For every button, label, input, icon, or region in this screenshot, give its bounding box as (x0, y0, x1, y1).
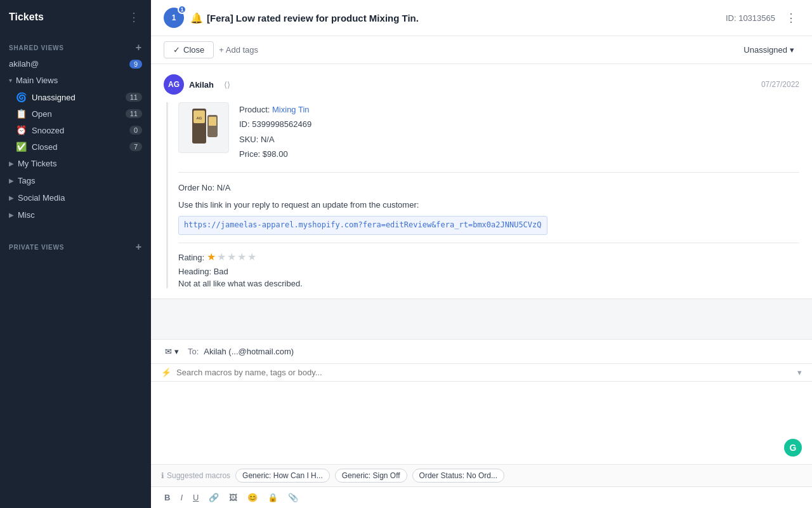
underline-button[interactable]: U (190, 491, 202, 504)
sidebar-item-snoozed[interactable]: ⏰ Snoozed 0 (6, 122, 151, 138)
my-tickets-label: My Tickets (18, 159, 56, 168)
lock-button[interactable]: 🔒 (265, 491, 281, 504)
add-shared-view-button[interactable]: + (136, 42, 142, 53)
bold-button[interactable]: B (161, 491, 173, 504)
message-expand-icon[interactable]: ⟨⟩ (224, 80, 230, 90)
macro-chip-3[interactable]: Order Status: No Ord... (412, 469, 504, 483)
main-views-arrow-icon: ▾ (9, 77, 12, 84)
composer-body[interactable]: G (151, 382, 812, 464)
sidebar-email-item[interactable]: akilah@ 9 (0, 56, 151, 72)
emoji-button[interactable]: 😊 (244, 491, 261, 504)
ticket-meta: ID: 10313565 ⋮ (726, 11, 799, 25)
open-icon: 📋 (15, 109, 27, 119)
add-private-view-button[interactable]: + (136, 241, 142, 253)
ticket-kebab-button[interactable]: ⋮ (783, 11, 799, 25)
social-media-label: Social Media (18, 193, 65, 203)
heading-label: Heading: (178, 267, 214, 276)
ticket-title-area: 1 1 🔔 [Fera] Low rated review for produc… (164, 8, 718, 28)
assignee-dropdown[interactable]: Unassigned ▾ (738, 42, 799, 58)
star-1: ★ (207, 251, 216, 263)
avatar-badge: 1 (178, 5, 187, 14)
message-date: 07/27/2022 (761, 80, 799, 89)
close-ticket-button[interactable]: ✓ Close (164, 41, 214, 58)
shared-views-label: SHARED VIEWS + (0, 34, 151, 56)
sidebar-snoozed-label: Snoozed (32, 126, 124, 135)
macro-chip-2[interactable]: Generic: Sign Off (335, 469, 407, 483)
mail-icon: ✉ (165, 347, 172, 356)
closed-count: 7 (129, 142, 142, 151)
message-header: AG Akilah ⟨⟩ 07/27/2022 (164, 74, 799, 95)
product-sku-value: N/A (261, 135, 275, 144)
social-media-toggle[interactable]: ▶ Social Media (0, 189, 151, 206)
private-views-label: PRIVATE VIEWS + (0, 234, 151, 255)
product-sku-label: SKU: (239, 135, 261, 144)
sidebar-kebab-button[interactable]: ⋮ (126, 10, 142, 24)
sidebar: Tickets ⋮ SHARED VIEWS + akilah@ 9 ▾ Mai… (0, 0, 151, 508)
sidebar-unassigned-label: Unassigned (32, 93, 121, 102)
message-body: AG Product: Mixing Tin ID: (166, 102, 799, 288)
suggested-macros-label: ℹ Suggested macros (161, 471, 230, 480)
composer-toolbar: B I U 🔗 🖼 😊 🔒 📎 (151, 486, 812, 508)
order-section: Order No: N/A Use this link in your repl… (178, 180, 799, 235)
info-icon: ℹ (161, 471, 164, 480)
message-block: AG Akilah ⟨⟩ 07/27/2022 (151, 64, 812, 299)
close-label: Close (183, 45, 204, 55)
link-button[interactable]: 🔗 (206, 491, 222, 504)
product-id-value: 5399998562469 (252, 119, 311, 129)
main-views-toggle[interactable]: ▾ Main Views (0, 72, 151, 89)
order-link-container: https://jameelas-apparel.myshopify.com?f… (178, 216, 799, 235)
product-label: Product: (239, 105, 272, 114)
order-url-link[interactable]: https://jameelas-apparel.myshopify.com?f… (178, 216, 547, 235)
chevron-down-icon: ▾ (790, 45, 794, 55)
misc-toggle[interactable]: ▶ Misc (0, 206, 151, 224)
add-tags-button[interactable]: + Add tags (219, 45, 258, 55)
product-price-value: $98.00 (263, 149, 288, 159)
sidebar-item-open[interactable]: 📋 Open 11 (6, 105, 151, 122)
ticket-header: 1 1 🔔 [Fera] Low rated review for produc… (151, 0, 812, 36)
assignee-label: Unassigned (743, 45, 787, 55)
my-tickets-arrow-icon: ▶ (9, 160, 14, 167)
main-views-label: Main Views (16, 76, 58, 85)
mail-type-button[interactable]: ✉ ▾ (161, 345, 183, 358)
grammarly-button[interactable]: G (784, 439, 802, 457)
snoozed-count: 0 (129, 126, 142, 135)
italic-button[interactable]: I (177, 491, 186, 504)
unassigned-icon: 🌀 (15, 92, 27, 102)
star-4: ★ (237, 251, 246, 263)
product-name-link[interactable]: Mixing Tin (272, 105, 310, 114)
ticket-content: AG Akilah ⟨⟩ 07/27/2022 (151, 64, 812, 508)
review-heading-row: Heading: Bad (178, 267, 799, 276)
sidebar-views-list: 🌀 Unassigned 11 📋 Open 11 ⏰ Snoozed 0 ✅ … (0, 89, 151, 155)
misc-arrow-icon: ▶ (9, 211, 14, 218)
macro-search-input[interactable] (176, 368, 792, 377)
sidebar-item-closed[interactable]: ✅ Closed 7 (6, 138, 151, 155)
stars-display: ★ ★ ★ ★ ★ (207, 251, 256, 263)
mail-dropdown-icon: ▾ (174, 347, 179, 356)
order-link-desc: Use this link in your reply to request a… (178, 197, 799, 212)
attach-button[interactable]: 📎 (285, 491, 301, 504)
tags-arrow-icon: ▶ (9, 177, 14, 184)
ticket-body: AG Akilah ⟨⟩ 07/27/2022 (151, 64, 812, 339)
add-tags-label: + Add tags (219, 45, 258, 55)
product-sku-row: SKU: N/A (239, 132, 311, 147)
open-count: 11 (126, 109, 142, 118)
star-2: ★ (217, 251, 226, 263)
image-button[interactable]: 🖼 (226, 491, 240, 504)
rating-section: Rating: ★ ★ ★ ★ ★ (178, 251, 799, 263)
product-image: AG (178, 102, 229, 153)
action-bar: ✓ Close + Add tags Unassigned ▾ (151, 36, 812, 64)
suggested-macros-row: ℹ Suggested macros Generic: How Can I H.… (151, 464, 812, 486)
star-3: ★ (227, 251, 236, 263)
sidebar-item-unassigned[interactable]: 🌀 Unassigned 11 (6, 89, 151, 105)
product-details: Product: Mixing Tin ID: 5399998562469 SK… (239, 102, 311, 162)
sidebar-email-label: akilah@ (9, 59, 39, 69)
my-tickets-toggle[interactable]: ▶ My Tickets (0, 155, 151, 172)
macro-chip-1[interactable]: Generic: How Can I H... (235, 469, 330, 483)
to-label: To: (188, 347, 199, 356)
rating-label: Rating: (178, 253, 207, 262)
svg-text:AG: AG (197, 116, 202, 120)
sidebar-closed-label: Closed (32, 142, 124, 152)
checkmark-icon: ✓ (173, 45, 180, 55)
tags-toggle[interactable]: ▶ Tags (0, 172, 151, 189)
divider-2 (178, 243, 799, 243)
